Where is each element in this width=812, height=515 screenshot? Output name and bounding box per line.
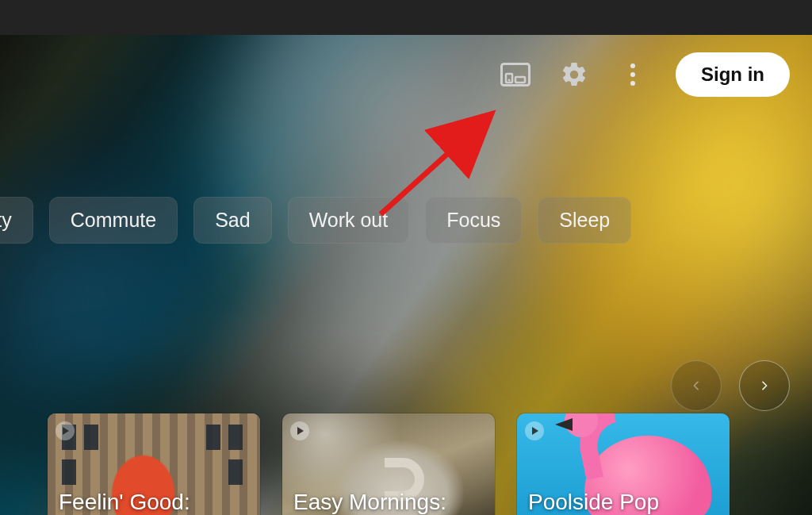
- mood-chip[interactable]: rty: [0, 197, 33, 244]
- mood-chip[interactable]: Sad: [193, 197, 271, 244]
- svg-rect-3: [515, 77, 525, 83]
- play-icon: [525, 421, 544, 440]
- header-actions: Sign in: [500, 52, 790, 97]
- background-image: Sign in rty Commute Sad Work out Focus S…: [0, 35, 812, 515]
- mood-chip[interactable]: Commute: [49, 197, 178, 244]
- playlist-card[interactable]: Feelin' Good:: [48, 413, 260, 515]
- carousel-prev-button[interactable]: [671, 360, 722, 411]
- chevron-left-icon: [690, 379, 703, 392]
- app-viewport: Sign in rty Commute Sad Work out Focus S…: [0, 0, 812, 515]
- chip-label: Sad: [215, 209, 250, 231]
- play-icon: [290, 421, 309, 440]
- playlist-title: Poolside Pop: [528, 490, 659, 515]
- chip-label: Focus: [446, 209, 500, 231]
- chip-label: Commute: [71, 209, 156, 231]
- more-vertical-icon[interactable]: [617, 59, 649, 90]
- playlist-card[interactable]: Poolside Pop: [517, 413, 730, 515]
- playlist-title: Feelin' Good:: [59, 490, 190, 515]
- playlist-card[interactable]: Easy Mornings:: [282, 413, 495, 515]
- device-status-bar: [0, 0, 812, 35]
- sign-in-button[interactable]: Sign in: [676, 52, 790, 97]
- mood-chip-row: rty Commute Sad Work out Focus Sleep: [0, 197, 812, 244]
- mood-chip[interactable]: Focus: [425, 197, 522, 244]
- chip-label: rty: [0, 209, 12, 231]
- carousel-next-button[interactable]: [739, 360, 790, 411]
- chip-label: Sleep: [559, 209, 610, 231]
- cast-icon[interactable]: [500, 59, 531, 90]
- mood-chip[interactable]: Sleep: [538, 197, 631, 244]
- playlist-title: Easy Mornings:: [293, 490, 446, 515]
- chip-label: Work out: [309, 209, 389, 231]
- gear-icon[interactable]: [558, 59, 590, 90]
- svg-point-2: [508, 79, 511, 82]
- chevron-right-icon: [758, 379, 771, 392]
- carousel-nav: [671, 360, 790, 411]
- play-icon: [56, 421, 75, 440]
- mood-chip[interactable]: Work out: [288, 197, 410, 244]
- playlist-card-row: Feelin' Good: Easy Mornings: Poolside Po…: [48, 413, 730, 515]
